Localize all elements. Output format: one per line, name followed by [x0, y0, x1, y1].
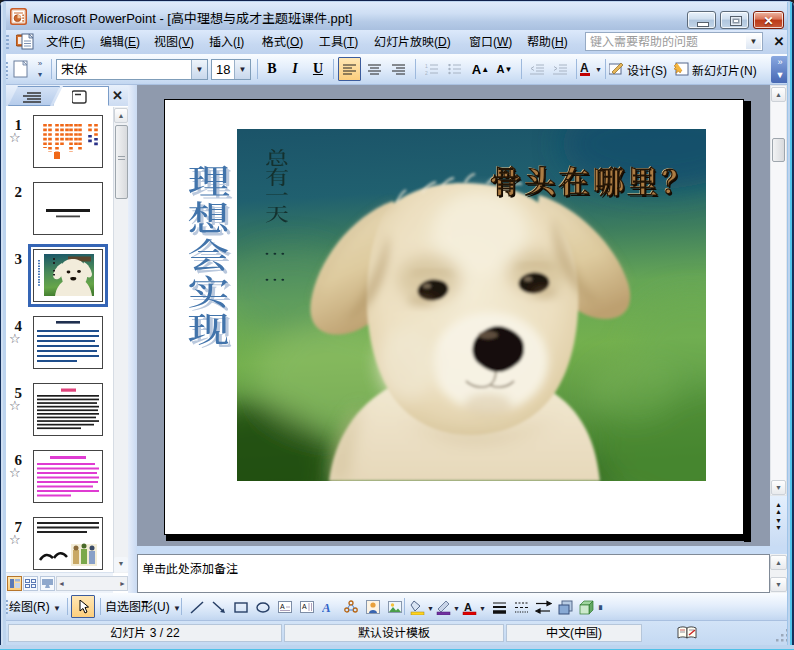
svg-text:▼: ▼	[427, 605, 434, 612]
svg-text:A: A	[302, 603, 307, 610]
svg-text:A: A	[322, 600, 331, 615]
svg-text:▼: ▼	[479, 605, 486, 612]
svg-text:1: 1	[425, 64, 428, 69]
svg-text:2: 2	[425, 70, 428, 75]
svg-text:▼: ▼	[453, 605, 460, 612]
svg-text:A: A	[464, 601, 472, 613]
svg-text:▼: ▼	[595, 66, 602, 73]
svg-text:A: A	[280, 603, 285, 610]
